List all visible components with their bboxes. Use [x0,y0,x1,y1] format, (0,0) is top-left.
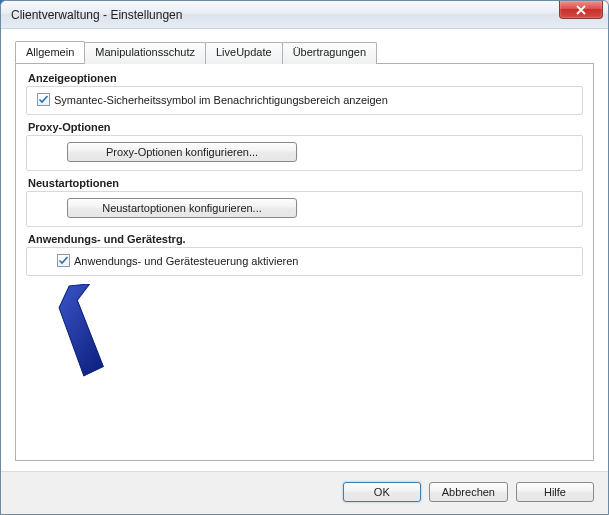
tab-allgemein[interactable]: Allgemein [15,41,85,63]
settings-window: Clientverwaltung - Einstellungen Allgeme… [0,0,609,515]
configure-restart-button[interactable]: Neustartoptionen konfigurieren... [67,198,297,218]
cancel-button[interactable]: Abbrechen [429,482,508,502]
group-display-body: Symantec-Sicherheitssymbol im Benachrich… [26,86,583,115]
group-restart-title: Neustartoptionen [26,177,583,189]
tab-uebertragungen[interactable]: Übertragungen [282,42,377,64]
group-appdev-body: Anwendungs- und Gerätesteuerung aktivier… [26,247,583,276]
group-display: Anzeigeoptionen Symantec-Sicherheitssymb… [26,72,583,115]
appdev-checkbox-row: Anwendungs- und Gerätesteuerung aktivier… [37,254,574,267]
tab-liveupdate[interactable]: LiveUpdate [205,42,283,64]
content-area: Allgemein Manipulationsschutz LiveUpdate… [1,29,608,471]
checkmark-icon [58,255,69,266]
ok-button[interactable]: OK [343,482,421,502]
display-symbol-checkbox[interactable] [37,93,50,106]
tab-panel: Anzeigeoptionen Symantec-Sicherheitssymb… [15,64,594,461]
group-restart-body: Neustartoptionen konfigurieren... [26,191,583,227]
group-appdev-title: Anwendungs- und Gerätestrg. [26,233,583,245]
dialog-footer: OK Abbrechen Hilfe [1,471,608,514]
group-proxy-body: Proxy-Optionen konfigurieren... [26,135,583,171]
appdev-checkbox[interactable] [57,254,70,267]
checkmark-icon [38,94,49,105]
help-button[interactable]: Hilfe [516,482,594,502]
group-proxy-title: Proxy-Optionen [26,121,583,133]
close-icon [576,5,586,15]
tab-manipulationsschutz[interactable]: Manipulationsschutz [84,42,206,64]
group-display-title: Anzeigeoptionen [26,72,583,84]
group-appdev: Anwendungs- und Gerätestrg. Anwendungs- … [26,233,583,276]
titlebar[interactable]: Clientverwaltung - Einstellungen [1,1,608,29]
appdev-label: Anwendungs- und Gerätesteuerung aktivier… [74,255,298,267]
group-restart: Neustartoptionen Neustartoptionen konfig… [26,177,583,227]
group-proxy: Proxy-Optionen Proxy-Optionen konfigurie… [26,121,583,171]
display-symbol-label: Symantec-Sicherheitssymbol im Benachrich… [54,94,388,106]
tabstrip: Allgemein Manipulationsschutz LiveUpdate… [15,41,594,64]
close-button[interactable] [559,1,603,19]
window-title: Clientverwaltung - Einstellungen [11,8,182,22]
display-checkbox-row: Symantec-Sicherheitssymbol im Benachrich… [37,93,574,106]
configure-proxy-button[interactable]: Proxy-Optionen konfigurieren... [67,142,297,162]
